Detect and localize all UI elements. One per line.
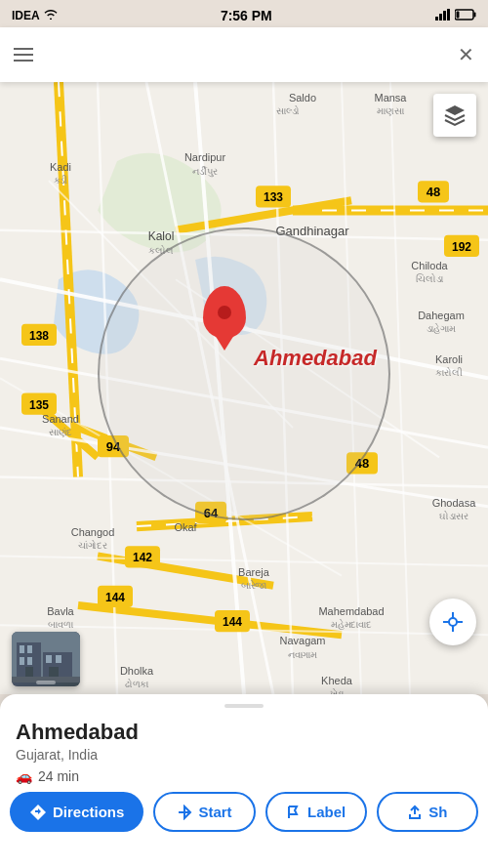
svg-text:કડી: કડી <box>54 175 68 186</box>
label-button[interactable]: Label <box>265 792 367 832</box>
hamburger-menu-button[interactable] <box>14 48 33 62</box>
svg-text:ચિલોડા: ચિલોડા <box>416 273 444 284</box>
location-info: Ahmedabad Gujarat, India 🚗 24 min <box>0 708 488 792</box>
map-background: 48 48 138 133 64 142 94 135 144 <box>0 82 488 694</box>
my-location-button[interactable] <box>429 599 476 645</box>
svg-text:Bareja: Bareja <box>238 566 270 578</box>
svg-text:Changod: Changod <box>71 526 115 538</box>
svg-text:Kheda: Kheda <box>321 675 353 686</box>
svg-rect-5 <box>474 12 476 17</box>
svg-text:Mansa: Mansa <box>375 92 408 103</box>
svg-text:બારેજા: બારેજા <box>241 580 267 591</box>
location-pin <box>203 286 246 339</box>
region-label: Gujarat, India <box>16 747 472 763</box>
travel-time-label: 24 min <box>38 768 79 784</box>
signal-icon <box>435 9 451 23</box>
crosshair-icon <box>441 610 465 634</box>
svg-rect-104 <box>20 657 24 665</box>
svg-rect-1 <box>439 14 442 21</box>
battery-icon <box>455 9 476 23</box>
svg-text:Navagam: Navagam <box>279 635 325 646</box>
svg-text:નર્ડીપુર: નર્ડીપુર <box>192 166 218 178</box>
bottom-panel: Ahmedabad Gujarat, India 🚗 24 min Direct… <box>0 694 488 868</box>
svg-text:Mahemdabad: Mahemdabad <box>318 605 384 617</box>
svg-text:Nardipur: Nardipur <box>184 151 225 163</box>
flag-icon <box>286 805 302 820</box>
svg-text:Sanand: Sanand <box>42 413 79 425</box>
svg-rect-105 <box>27 657 32 665</box>
svg-text:Bavla: Bavla <box>47 605 74 617</box>
svg-text:ચાંગોદર: ચાંગોદર <box>78 540 108 551</box>
svg-text:Chiloda: Chiloda <box>411 260 448 271</box>
svg-text:144: 144 <box>223 615 242 629</box>
directions-button[interactable]: Directions <box>10 792 143 832</box>
search-bar: Ahmedabad ✕ <box>0 27 488 82</box>
search-input[interactable]: Ahmedabad <box>45 45 446 65</box>
svg-text:મહેમદાવાદ: મહેમદાવાદ <box>331 619 373 630</box>
svg-text:144: 144 <box>105 591 125 604</box>
share-label: Sh <box>428 804 447 820</box>
svg-text:નવાગામ: નવાગામ <box>288 649 318 660</box>
layers-icon <box>443 103 467 127</box>
svg-text:ઘોડાસર: ઘોડાસર <box>439 511 468 521</box>
svg-rect-103 <box>27 645 32 653</box>
map-city-label: Ahmedabad <box>254 346 377 371</box>
carrier-label: IDEA <box>12 9 40 22</box>
svg-text:સાલ્ડો: સાલ્ડો <box>276 105 300 116</box>
svg-rect-3 <box>447 9 450 21</box>
svg-rect-2 <box>443 11 446 21</box>
layers-button[interactable] <box>433 94 476 137</box>
label-label: Label <box>307 804 346 820</box>
svg-text:ઢોળકા: ઢોળકા <box>125 679 150 689</box>
start-label: Start <box>198 804 231 820</box>
city-name: Ahmedabad <box>16 720 472 745</box>
location-radius-circle <box>98 227 390 520</box>
svg-text:135: 135 <box>29 398 49 412</box>
share-icon <box>407 805 423 820</box>
svg-text:133: 133 <box>264 190 283 204</box>
svg-rect-106 <box>25 667 33 677</box>
status-bar: IDEA 7:56 PM <box>0 0 488 27</box>
travel-time-row: 🚗 24 min <box>16 768 472 784</box>
street-view-thumbnail[interactable] <box>12 632 80 686</box>
share-button[interactable]: Sh <box>377 792 478 832</box>
svg-rect-6 <box>457 11 460 18</box>
directions-label: Directions <box>53 804 124 820</box>
svg-text:Dholka: Dholka <box>120 665 154 677</box>
svg-rect-108 <box>46 655 52 663</box>
wifi-icon <box>44 9 58 22</box>
svg-rect-102 <box>20 645 24 653</box>
svg-text:Okaf: Okaf <box>174 521 197 533</box>
svg-text:142: 142 <box>133 551 152 564</box>
car-icon: 🚗 <box>16 768 32 784</box>
svg-text:Kalol: Kalol <box>148 229 175 243</box>
svg-text:138: 138 <box>29 329 49 343</box>
svg-point-95 <box>449 618 457 626</box>
svg-text:સાણંદ: સાણંદ <box>49 427 73 437</box>
svg-rect-110 <box>49 667 59 677</box>
svg-text:બાવળા: બાવળા <box>48 619 74 630</box>
status-right <box>435 9 476 23</box>
status-time: 7:56 PM <box>221 8 272 23</box>
svg-text:48: 48 <box>427 185 440 199</box>
svg-text:Kadi: Kadi <box>50 161 71 173</box>
svg-text:192: 192 <box>452 240 471 254</box>
map-area[interactable]: 48 48 138 133 64 142 94 135 144 <box>0 82 488 694</box>
svg-text:ડાહેગામ: ડાહેગામ <box>427 323 456 334</box>
svg-text:કારોલી: કારોલી <box>435 367 463 378</box>
svg-rect-109 <box>56 655 61 663</box>
svg-rect-0 <box>435 17 438 21</box>
start-button[interactable]: Start <box>153 792 255 832</box>
svg-text:માણસા: માણસા <box>377 105 405 116</box>
svg-text:Ghodasa: Ghodasa <box>432 497 476 509</box>
close-button[interactable]: ✕ <box>458 43 474 66</box>
svg-text:Dahegam: Dahegam <box>418 310 465 321</box>
status-left: IDEA <box>12 9 58 22</box>
start-icon <box>177 805 192 820</box>
svg-text:Saldo: Saldo <box>289 92 316 103</box>
action-buttons-row: Directions Start Label Sh <box>0 792 488 844</box>
svg-text:Karoli: Karoli <box>435 353 463 365</box>
directions-icon <box>29 804 47 821</box>
